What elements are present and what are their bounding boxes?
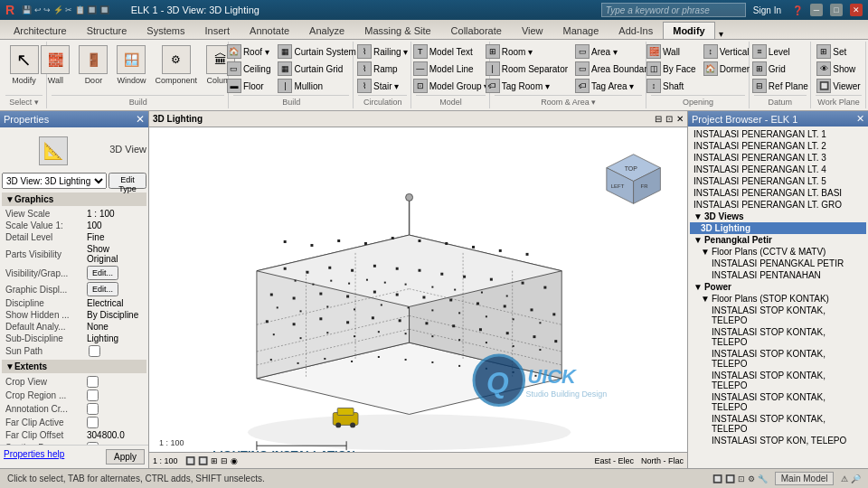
tree-item-stop3[interactable]: INSTALASI STOP KONTAK, TELEPO [690,348,866,370]
tab-architecture[interactable]: Architecture [4,22,77,39]
apply-btn[interactable]: Apply [106,449,145,465]
viewer-btn[interactable]: 🔲Viewer [814,78,863,94]
view-icon2[interactable]: 🔲 [198,456,208,465]
tree-item-3dviews[interactable]: ▼ 3D Views [690,211,866,222]
view-icon5[interactable]: ◉ [231,456,238,465]
tree-item-stop1[interactable]: INSTALASI STOP KONTAK, TELEPO [690,305,866,326]
tab-view[interactable]: View [512,22,553,39]
tag-room-btn[interactable]: 🏷Tag Room ▾ [483,78,571,94]
railing-btn[interactable]: ⌇Railing ▾ [354,43,410,60]
tree-item-penerangan-gro[interactable]: INSTALASI PENERANGAN LT. GRO [690,199,866,211]
tree-item-ins-penta[interactable]: INSTALASI PENTANAHAN [690,269,866,281]
component-btn[interactable]: ⚙ Component [151,43,201,87]
view-icon4[interactable]: ⊟ [221,456,228,465]
tab-collaborate[interactable]: Collaborate [441,22,512,39]
tree-item-penerangan3[interactable]: INSTALASI PENERANGAN LT. 3 [690,152,866,164]
status-icon3[interactable]: ⊡ [738,474,745,483]
tree-item-power[interactable]: ▼ Power [690,281,866,293]
close-btn[interactable]: ✕ [850,4,863,16]
area-boundary-btn[interactable]: ▭Area Boundary [572,61,655,77]
tree-item-penerangan-basi[interactable]: INSTALASI PENERANGAN LT. BASI [690,187,866,199]
curtain-grid-btn[interactable]: ▦Curtain Grid [275,61,358,77]
model-line-btn[interactable]: —Model Line [410,61,492,77]
tab-insert[interactable]: Insert [195,22,241,39]
open-face-btn[interactable]: ◫By Face [644,61,699,77]
properties-close-btn[interactable]: ✕ [136,113,145,126]
crop-view-checkbox[interactable] [87,376,99,388]
status-icon2[interactable]: 🔲 [725,474,735,483]
tree-item-stop4[interactable]: INSTALASI STOP KONTAK, TELEPO [690,370,866,391]
tree-item-stop6[interactable]: INSTALASI STOP KONTAK, TELEPO [690,413,866,435]
model-text-btn[interactable]: TModel Text [410,43,492,60]
tab-expand-icon[interactable]: ▾ [719,29,723,39]
tree-item-penangkal[interactable]: ▼ Penangkal Petir [690,234,866,246]
tree-item-stop2[interactable]: INSTALASI STOP KONTAK, TELEPO [690,326,866,348]
tab-annotate[interactable]: Annotate [240,22,299,39]
graphics-section-header[interactable]: ▼ Graphics [2,192,146,206]
show-btn[interactable]: 👁Show [814,61,863,77]
tree-item-fp-cctv[interactable]: ▼ Floor Plans (CCTV & MATV) [690,246,866,258]
tab-addins[interactable]: Add-Ins [609,22,663,39]
minimize-btn[interactable]: ─ [810,4,823,16]
tab-manage[interactable]: Manage [553,22,609,39]
annotation-cr-checkbox[interactable] [87,403,99,415]
room-btn[interactable]: ⊞Room ▾ [483,43,571,60]
view-icon3[interactable]: ⊞ [211,456,218,465]
graphic-disp-edit-btn[interactable]: Edit... [87,282,118,296]
open-shaft-btn[interactable]: ↕Shaft [644,78,699,94]
tree-item-stop5[interactable]: INSTALASI STOP KONTAK, TELEPO [690,391,866,413]
viewport[interactable]: 3D Lighting ⊟ ⊡ ✕ [149,111,687,468]
grid-btn[interactable]: ⊞Grid [750,61,811,77]
tree-item-ins-penangkal[interactable]: INSTALASI PENANGKAL PETIR [690,258,866,269]
ramp-btn[interactable]: ⌇Ramp [354,61,410,77]
roof-btn[interactable]: 🏠Roof ▾ [224,43,274,60]
tab-analyze[interactable]: Analyze [299,22,354,39]
open-dormer-btn[interactable]: 🏠Dormer [701,61,752,77]
ceiling-btn[interactable]: ▭Ceiling [224,61,274,77]
curtain-system-btn[interactable]: ▦Curtain System [275,43,358,60]
area-btn[interactable]: ▭Area ▾ [572,43,655,60]
edit-type-btn[interactable]: Edit Type [108,173,146,189]
window-btn[interactable]: 🪟 Window [113,43,149,87]
tab-systems[interactable]: Systems [137,22,194,39]
tag-area-btn[interactable]: 🏷Tag Area ▾ [572,78,655,94]
tree-item-stop7[interactable]: INSTALASI STOP KON, TELEPO [690,435,866,446]
tree-item-penerangan1[interactable]: INSTALASI PENERANGAN LT. 1 [690,128,866,140]
sun-path-checkbox[interactable] [89,345,100,357]
level-btn[interactable]: ≡Level [750,43,811,60]
tab-modify[interactable]: Modify [663,22,714,39]
viewport-ctrl3[interactable]: ✕ [676,114,684,124]
mullion-btn[interactable]: |Mullion [275,78,358,94]
crop-region-checkbox[interactable] [87,389,99,401]
status-icon5[interactable]: 🔧 [758,474,768,483]
viewport-ctrl1[interactable]: ⊟ [655,114,662,124]
set-btn[interactable]: ⊞Set [814,43,863,60]
visibility-edit-btn[interactable]: Edit... [87,266,118,280]
view-selector-dropdown[interactable]: 3D View: 3D Lighting [2,173,107,189]
browser-close-btn[interactable]: ✕ [856,113,864,125]
open-vertical-btn[interactable]: ↕Vertical [701,43,752,60]
model-group-btn[interactable]: ⊡Model Group ▾ [410,78,492,94]
tab-massing[interactable]: Massing & Site [354,22,440,39]
floor-btn[interactable]: ▬Floor [224,78,274,94]
room-sep-btn[interactable]: |Room Separator [483,61,571,77]
ref-plane-btn[interactable]: ⊟Ref Plane [750,78,811,94]
status-icon4[interactable]: ⚙ [748,474,755,483]
door-btn[interactable]: 🚪 Door [75,43,111,87]
tree-item-3d-lighting[interactable]: 3D Lighting [690,222,866,234]
wall-btn[interactable]: 🧱 Wall [37,43,73,87]
search-input[interactable] [601,3,746,17]
tab-structure[interactable]: Structure [77,22,137,39]
tree-item-penerangan2[interactable]: INSTALASI PENERANGAN LT. 2 [690,140,866,152]
far-clip-active-checkbox[interactable] [87,417,99,428]
view-icon1[interactable]: 🔲 [185,456,195,465]
viewport-ctrl2[interactable]: ⊡ [665,114,673,124]
stair-btn[interactable]: ⌇Stair ▾ [354,78,410,94]
maximize-btn[interactable]: □ [830,4,843,16]
tree-item-penerangan4[interactable]: INSTALASI PENERANGAN LT. 4 [690,164,866,175]
tree-item-penerangan5[interactable]: INSTALASI PENERANGAN LT. 5 [690,175,866,187]
status-icon1[interactable]: 🔲 [712,474,722,483]
properties-help-link[interactable]: Properties help [4,449,102,465]
sign-in-btn[interactable]: Sign In [753,5,781,15]
extents-section-header[interactable]: ▼ Extents [2,360,146,373]
